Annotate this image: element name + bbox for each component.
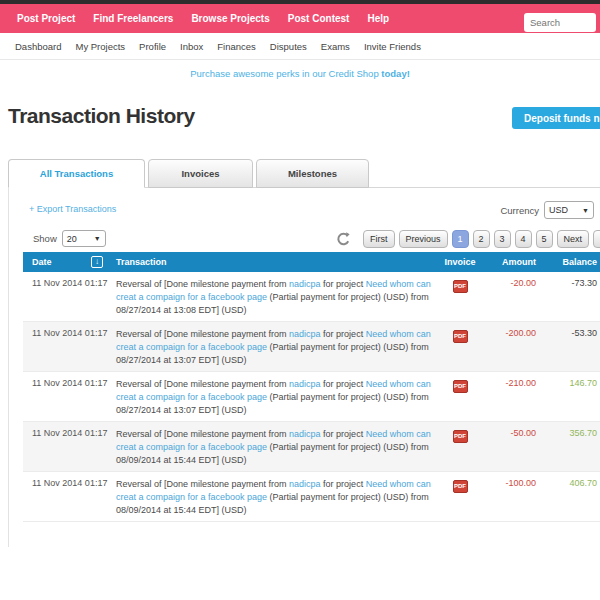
pagination-previous-button[interactable]: Previous xyxy=(399,230,448,248)
row-balance: 356.70 xyxy=(536,428,599,471)
chevron-down-icon: ▼ xyxy=(582,207,589,214)
pagination-page-5[interactable]: 5 xyxy=(536,230,553,248)
pagination-page-2[interactable]: 2 xyxy=(473,230,490,248)
pagination: First Previous 1 2 3 4 5 Next Last xyxy=(363,230,600,248)
header-amount: Amount xyxy=(479,257,536,267)
subnav-dashboard[interactable]: Dashboard xyxy=(8,41,68,52)
tx-text: Reversal of [Done milestone payment from xyxy=(116,429,289,439)
table-row: 11 Nov 2014 01:17 Reversal of [Done mile… xyxy=(23,322,600,372)
header-balance: Balance xyxy=(536,257,599,267)
currency-value: USD xyxy=(549,205,568,215)
credit-shop-promo[interactable]: Purchase awesome perks in our Credit Sho… xyxy=(0,60,600,88)
row-balance: 146.70 xyxy=(536,378,599,421)
nav-post-contest[interactable]: Post Contest xyxy=(279,13,359,24)
user-link[interactable]: nadicpa xyxy=(289,279,321,289)
nav-post-project[interactable]: Post Project xyxy=(8,13,84,24)
row-invoice: PDF xyxy=(441,278,479,321)
row-date: 11 Nov 2014 01:17 xyxy=(23,278,109,321)
pdf-icon[interactable]: PDF xyxy=(453,280,468,293)
show-select[interactable]: 20 ▼ xyxy=(62,230,106,247)
pdf-icon[interactable]: PDF xyxy=(453,480,468,493)
pdf-icon[interactable]: PDF xyxy=(453,430,468,443)
transaction-history-page: Post Project Find Freelancers Browse Pro… xyxy=(0,0,600,600)
row-balance: -73.30 xyxy=(536,278,599,321)
deposit-funds-button[interactable]: Deposit funds now xyxy=(512,107,600,129)
search-input[interactable] xyxy=(524,13,596,32)
pagination-last-button[interactable]: Last xyxy=(593,230,600,248)
pagination-first-button[interactable]: First xyxy=(363,230,395,248)
row-amount: -210.00 xyxy=(479,378,536,421)
row-date: 11 Nov 2014 01:17 xyxy=(23,378,109,421)
row-invoice: PDF xyxy=(441,428,479,471)
transactions-panel: + Export Transactions Currency USD ▼ Sho… xyxy=(8,187,600,547)
transactions-table: Date ↓ Transaction Invoice Amount Balanc… xyxy=(23,252,600,522)
row-amount: -100.00 xyxy=(479,478,536,521)
header-invoice: Invoice xyxy=(441,257,479,267)
subnav-finances[interactable]: Finances xyxy=(210,41,263,52)
tx-text: for project xyxy=(321,479,366,489)
subnav-exams[interactable]: Exams xyxy=(314,41,357,52)
nav-find-freelancers[interactable]: Find Freelancers xyxy=(84,13,182,24)
user-link[interactable]: nadicpa xyxy=(289,379,321,389)
row-transaction: Reversal of [Done milestone payment from… xyxy=(109,378,441,421)
user-link[interactable]: nadicpa xyxy=(289,329,321,339)
tab-invoices[interactable]: Invoices xyxy=(148,159,253,188)
row-date: 11 Nov 2014 01:17 xyxy=(23,478,109,521)
row-amount: -50.00 xyxy=(479,428,536,471)
sort-icon[interactable]: ↓ xyxy=(91,256,103,268)
header-date-label: Date xyxy=(32,257,52,267)
main-navbar: Post Project Find Freelancers Browse Pro… xyxy=(0,4,600,33)
subnav-disputes[interactable]: Disputes xyxy=(263,41,314,52)
refresh-icon[interactable] xyxy=(335,231,352,248)
tab-milestones[interactable]: Milestones xyxy=(256,159,369,188)
tx-text: Reversal of [Done milestone payment from xyxy=(116,479,289,489)
subnav-invite-friends[interactable]: Invite Friends xyxy=(357,41,428,52)
row-date: 11 Nov 2014 01:17 xyxy=(23,428,109,471)
nav-browse-projects[interactable]: Browse Projects xyxy=(182,13,278,24)
row-balance: 406.70 xyxy=(536,478,599,521)
pagination-next-button[interactable]: Next xyxy=(557,230,590,248)
show-control: Show 20 ▼ xyxy=(33,230,106,247)
pagination-page-1[interactable]: 1 xyxy=(452,230,469,248)
tx-text: for project xyxy=(321,429,366,439)
user-link[interactable]: nadicpa xyxy=(289,429,321,439)
pdf-icon[interactable]: PDF xyxy=(453,380,468,393)
tx-text: for project xyxy=(321,329,366,339)
show-label: Show xyxy=(33,233,57,244)
row-invoice: PDF xyxy=(441,478,479,521)
subnav-inbox[interactable]: Inbox xyxy=(173,41,210,52)
row-transaction: Reversal of [Done milestone payment from… xyxy=(109,278,441,321)
promo-bold: today! xyxy=(381,68,410,79)
tx-text: for project xyxy=(321,279,366,289)
subnav-profile[interactable]: Profile xyxy=(132,41,173,52)
currency-select[interactable]: USD ▼ xyxy=(544,201,594,219)
tab-all-transactions[interactable]: All Transactions xyxy=(8,159,145,188)
subnav-my-projects[interactable]: My Projects xyxy=(68,41,132,52)
table-row: 11 Nov 2014 01:17 Reversal of [Done mile… xyxy=(23,372,600,422)
tx-text: Reversal of [Done milestone payment from xyxy=(116,379,289,389)
row-invoice: PDF xyxy=(441,378,479,421)
currency-label: Currency xyxy=(500,205,539,216)
promo-text: Purchase awesome perks in our Credit Sho… xyxy=(190,68,381,79)
table-header: Date ↓ Transaction Invoice Amount Balanc… xyxy=(23,252,600,272)
pagination-page-4[interactable]: 4 xyxy=(515,230,532,248)
user-link[interactable]: nadicpa xyxy=(289,479,321,489)
row-invoice: PDF xyxy=(441,328,479,371)
row-date: 11 Nov 2014 01:17 xyxy=(23,328,109,371)
page-title: Transaction History xyxy=(8,104,195,128)
row-transaction: Reversal of [Done milestone payment from… xyxy=(109,328,441,371)
nav-help[interactable]: Help xyxy=(358,13,398,24)
pdf-icon[interactable]: PDF xyxy=(453,330,468,343)
tx-text: Reversal of [Done milestone payment from xyxy=(116,329,289,339)
tx-text: Reversal of [Done milestone payment from xyxy=(116,279,289,289)
pagination-page-3[interactable]: 3 xyxy=(494,230,511,248)
header-transaction: Transaction xyxy=(109,257,441,267)
export-transactions-link[interactable]: + Export Transactions xyxy=(29,204,116,214)
row-balance: -53.30 xyxy=(536,328,599,371)
transaction-tabs: All Transactions Invoices Milestones xyxy=(8,159,372,188)
row-amount: -20.00 xyxy=(479,278,536,321)
table-row: 11 Nov 2014 01:17 Reversal of [Done mile… xyxy=(23,272,600,322)
show-value: 20 xyxy=(67,234,77,244)
tx-text: for project xyxy=(321,379,366,389)
row-transaction: Reversal of [Done milestone payment from… xyxy=(109,478,441,521)
